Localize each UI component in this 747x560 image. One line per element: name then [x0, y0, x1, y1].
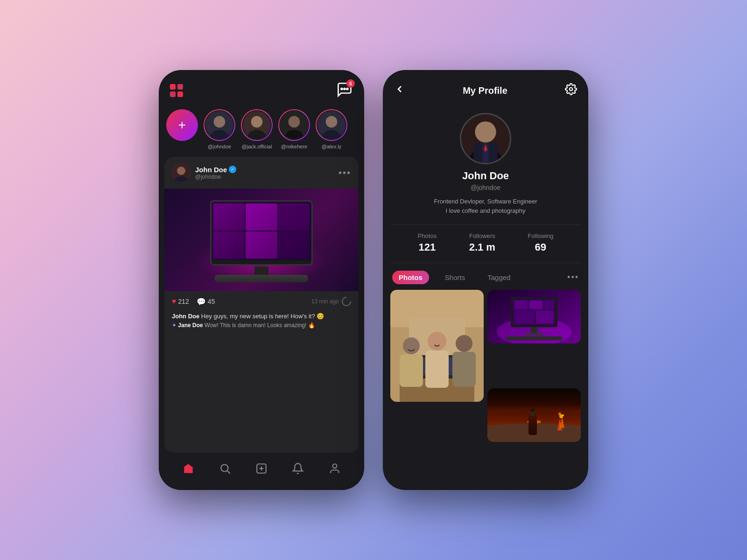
- settings-button[interactable]: [565, 83, 577, 98]
- post-handle: @johndoe: [195, 174, 334, 180]
- post-header: John Doe ✓ @johndoe •••: [164, 157, 359, 189]
- svg-point-10: [289, 116, 300, 128]
- feed-screen: 6 + @johndoe: [159, 70, 364, 490]
- svg-rect-38: [400, 354, 423, 387]
- nav-notifications-button[interactable]: [289, 460, 306, 477]
- profile-avatar-section: John Doe @johndoe Frontend Devloper, Sof…: [383, 105, 588, 224]
- svg-point-4: [214, 116, 226, 128]
- svg-point-18: [221, 464, 228, 471]
- svg-point-1: [344, 88, 345, 90]
- reply-row: ✦ Jane Doe Wow! This is damn man! Looks …: [172, 321, 351, 329]
- heart-icon: ♥: [172, 297, 176, 306]
- post-stats: ♥ 212 💬 45 13 min ago: [164, 291, 359, 310]
- logo-cell-4: [177, 91, 183, 97]
- svg-point-16: [177, 167, 185, 175]
- caption-author: John Doe: [172, 313, 199, 320]
- nav-home-button[interactable]: [180, 460, 197, 477]
- story-item-2[interactable]: @jack.official: [241, 109, 273, 149]
- comment-icon: 💬: [197, 297, 206, 306]
- nav-search-button[interactable]: [217, 460, 233, 477]
- svg-rect-42: [452, 352, 476, 387]
- reply-author: Jane Doe: [178, 322, 203, 329]
- followers-value: 2.1 m: [469, 241, 495, 253]
- comments-stat[interactable]: 💬 45: [197, 297, 215, 306]
- svg-rect-47: [514, 301, 528, 309]
- story-avatar-4: [317, 110, 346, 140]
- following-label: Following: [528, 232, 553, 239]
- post-user-info: John Doe ✓ @johndoe: [195, 166, 334, 180]
- svg-rect-51: [536, 311, 554, 324]
- verified-icon: ✓: [229, 166, 236, 173]
- profile-photo-grid: [383, 290, 588, 490]
- profile-bio: Frontend Devloper, Software Engineer I l…: [434, 197, 537, 215]
- photos-value: 121: [419, 241, 436, 253]
- messages-button[interactable]: 6: [336, 81, 353, 100]
- story-item-3[interactable]: @mikehere: [278, 109, 310, 149]
- following-stat: Following 69: [528, 232, 553, 253]
- followers-stat: Followers 2.1 m: [469, 232, 495, 253]
- following-value: 69: [535, 241, 546, 253]
- tabs-more-button[interactable]: •••: [567, 273, 579, 282]
- reply-text: Wow! This is damn man! Looks amazing! 🔥: [204, 322, 315, 329]
- app-logo-icon[interactable]: [170, 84, 183, 97]
- svg-rect-49: [544, 301, 554, 309]
- photo-2[interactable]: [487, 290, 581, 343]
- refresh-icon[interactable]: [340, 295, 353, 308]
- svg-rect-54: [506, 336, 562, 340]
- svg-rect-61: [531, 409, 535, 412]
- svg-line-19: [227, 471, 230, 474]
- svg-rect-40: [425, 350, 449, 388]
- svg-point-39: [428, 332, 446, 350]
- post-caption: John Doe Hey guys, my new setup is here!…: [164, 310, 359, 333]
- add-story-item[interactable]: +: [166, 109, 198, 141]
- svg-rect-53: [525, 333, 543, 335]
- post-username-row: John Doe ✓: [195, 166, 334, 174]
- story-avatar-2: [242, 110, 272, 140]
- post-author-avatar[interactable]: [172, 163, 190, 182]
- profile-handle: @johndoe: [471, 184, 500, 191]
- photos-stat: Photos 121: [418, 232, 437, 253]
- svg-point-7: [251, 116, 263, 128]
- svg-rect-59: [529, 414, 537, 435]
- photo-3[interactable]: [487, 388, 581, 442]
- sparkle-icon: ✦: [172, 322, 176, 329]
- svg-point-24: [570, 88, 573, 91]
- nav-profile-button[interactable]: [326, 460, 343, 477]
- logo-cell-3: [170, 91, 176, 97]
- nav-add-button[interactable]: [253, 460, 270, 477]
- svg-rect-52: [531, 327, 537, 333]
- svg-point-23: [332, 464, 337, 468]
- profile-screen: My Profile John Doe @johndoe Fron: [383, 70, 588, 490]
- likes-stat[interactable]: ♥ 212: [172, 297, 189, 306]
- caption-text: Hey guys, my new setup is here! How's it…: [201, 313, 324, 320]
- back-button[interactable]: [394, 84, 405, 98]
- svg-point-2: [347, 88, 348, 90]
- post-image: [164, 189, 359, 291]
- story-item-4[interactable]: @alex.ly: [316, 109, 347, 149]
- story-username-3: @mikehere: [281, 144, 307, 149]
- stories-list: + @johndoe: [159, 105, 364, 157]
- post-timestamp: 13 min ago: [311, 297, 351, 306]
- story-username-2: @jack.official: [242, 144, 272, 149]
- tab-photos[interactable]: Photos: [392, 271, 429, 284]
- profile-title: My Profile: [463, 85, 507, 96]
- profile-tabs: Photos Shorts Tagged •••: [383, 263, 588, 290]
- story-item-1[interactable]: @johndoe: [204, 109, 235, 149]
- story-avatar-3: [279, 110, 309, 140]
- profile-avatar[interactable]: [460, 113, 511, 164]
- photos-label: Photos: [418, 232, 437, 239]
- svg-point-65: [558, 413, 561, 415]
- svg-point-26: [475, 121, 496, 142]
- add-story-button[interactable]: +: [166, 109, 198, 141]
- post-more-button[interactable]: •••: [338, 168, 351, 178]
- photo-1[interactable]: [390, 290, 484, 402]
- svg-point-0: [341, 88, 343, 90]
- tab-shorts[interactable]: Shorts: [438, 271, 472, 284]
- message-badge: 6: [346, 79, 355, 88]
- profile-display-name: John Doe: [462, 170, 509, 182]
- svg-rect-50: [514, 311, 534, 324]
- tab-tagged[interactable]: Tagged: [481, 271, 517, 284]
- bottom-navigation: [159, 453, 364, 490]
- post-card: John Doe ✓ @johndoe •••: [164, 157, 359, 453]
- svg-point-66: [562, 414, 564, 416]
